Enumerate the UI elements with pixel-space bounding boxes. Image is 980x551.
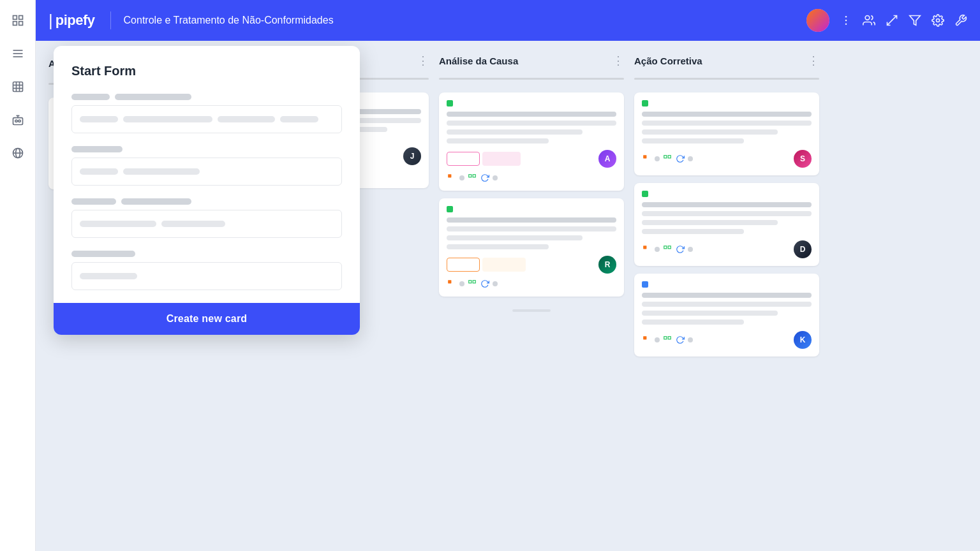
column-title-corretiva: Ação Corretiva <box>634 55 803 66</box>
card-c7: K <box>634 274 819 356</box>
header-users-icon[interactable] <box>863 14 875 27</box>
svg-rect-1 <box>19 16 22 20</box>
svg-point-14 <box>18 120 20 122</box>
card-line-1 <box>642 202 812 207</box>
card-dot-blue-c7 <box>642 281 648 288</box>
header-divider <box>110 11 111 29</box>
svg-rect-41 <box>664 337 667 339</box>
card-dot-green-c6 <box>642 191 648 197</box>
header-filter-icon[interactable] <box>909 14 921 27</box>
input-skel-1a <box>80 116 118 122</box>
input-skel-1d <box>280 116 318 122</box>
badge-orange-light-c4 <box>482 258 526 272</box>
label-skel-3b <box>121 198 191 205</box>
card-dot-10 <box>655 156 660 161</box>
svg-rect-37 <box>643 246 646 249</box>
header-user-avatar[interactable] <box>806 9 829 32</box>
field-input-2[interactable] <box>71 158 342 186</box>
card-icons-c7 <box>642 335 693 345</box>
card-c3: A <box>439 92 624 191</box>
field-input-1[interactable] <box>71 105 342 133</box>
card-line-1 <box>447 217 616 223</box>
input-skel-3a <box>80 221 156 227</box>
column-more-corretiva[interactable]: ⋮ <box>808 54 819 68</box>
label-skel-1b <box>115 94 191 100</box>
input-skel-4a <box>80 273 137 279</box>
card-dot-6 <box>459 175 464 180</box>
card-badges-c4 <box>447 258 526 272</box>
modal-footer: Create new card <box>54 303 360 335</box>
input-skel-3b <box>161 221 225 227</box>
create-new-card-button[interactable]: Create new card <box>167 313 248 325</box>
card-c4: R <box>439 198 624 297</box>
card-line-2 <box>642 121 812 126</box>
card-footer-c3: A <box>447 150 616 168</box>
column-divider-analise <box>439 78 624 80</box>
input-skel-1c <box>218 116 275 122</box>
avatar-image <box>806 9 829 32</box>
card-dot-green-c3 <box>447 100 453 107</box>
sidebar-item-table[interactable] <box>8 77 28 97</box>
header-tools-icon[interactable] <box>954 14 967 27</box>
card-dot-11 <box>688 156 693 161</box>
card-icon-green-c7 <box>662 335 672 345</box>
column-more-acao[interactable]: ⋮ <box>417 54 429 68</box>
column-acao-corretiva: Ação Corretiva ⋮ <box>634 54 819 551</box>
field-input-4[interactable] <box>71 262 342 290</box>
svg-point-23 <box>937 19 940 22</box>
scroll-indicator-col3 <box>512 309 551 312</box>
card-line-1 <box>447 112 616 117</box>
column-header-analise: Análise da Causa ⋮ <box>439 54 624 68</box>
card-icon-blue-c5 <box>675 154 685 164</box>
card-icons-c3 <box>447 173 616 183</box>
column-more-analise[interactable]: ⋮ <box>612 54 624 68</box>
svg-point-18 <box>845 16 847 18</box>
sidebar-item-list[interactable] <box>8 43 28 64</box>
header-title: Controle e Tratamento de Não-Conformidad… <box>124 15 806 26</box>
input-skel-1b <box>123 116 212 122</box>
card-icon-orange-c5 <box>642 154 652 164</box>
svg-rect-38 <box>664 246 667 249</box>
card-dot-green-c5 <box>642 100 648 107</box>
svg-rect-0 <box>13 16 17 20</box>
label-skel-2a <box>71 146 122 152</box>
badge-outline-pink-c3 <box>447 152 480 166</box>
form-field-4 <box>71 251 342 290</box>
card-icons-row-c4 <box>447 279 616 289</box>
header-more-icon[interactable] <box>840 14 852 27</box>
card-icon-blue-c3 <box>480 173 490 183</box>
card-c5: S <box>634 92 819 175</box>
svg-rect-3 <box>19 22 22 26</box>
svg-rect-2 <box>13 22 17 26</box>
svg-rect-36 <box>668 156 671 158</box>
card-dot-7 <box>493 175 498 180</box>
svg-rect-40 <box>643 336 646 339</box>
card-c6: D <box>634 183 819 266</box>
svg-rect-32 <box>469 281 471 283</box>
card-avatar-c4: R <box>598 256 616 274</box>
svg-rect-33 <box>473 281 475 283</box>
card-line-2 <box>642 302 812 307</box>
card-icon-green-c6 <box>662 244 672 254</box>
pipe-symbol: | <box>48 11 53 31</box>
card-avatar-c6: D <box>794 240 812 258</box>
sidebar-item-bot[interactable] <box>8 110 28 130</box>
card-line-4 <box>642 229 744 234</box>
svg-point-19 <box>845 20 847 22</box>
svg-rect-12 <box>13 118 22 125</box>
header-settings-icon[interactable] <box>932 14 944 27</box>
sidebar-item-grid[interactable] <box>8 10 28 31</box>
card-icon-orange-c7 <box>642 335 652 345</box>
field-input-3[interactable] <box>71 210 342 238</box>
sidebar-item-globe[interactable] <box>8 143 28 163</box>
card-line-4 <box>447 138 549 143</box>
label-skel-1a <box>71 94 110 100</box>
header-export-icon[interactable] <box>886 14 898 27</box>
column-title-analise: Análise da Causa <box>439 55 607 66</box>
svg-rect-28 <box>448 174 451 177</box>
logo-text: pipefy <box>56 12 95 29</box>
svg-point-13 <box>15 120 17 122</box>
card-line-1 <box>642 112 812 117</box>
card-dot-14 <box>655 337 660 342</box>
card-line-3 <box>447 129 583 135</box>
